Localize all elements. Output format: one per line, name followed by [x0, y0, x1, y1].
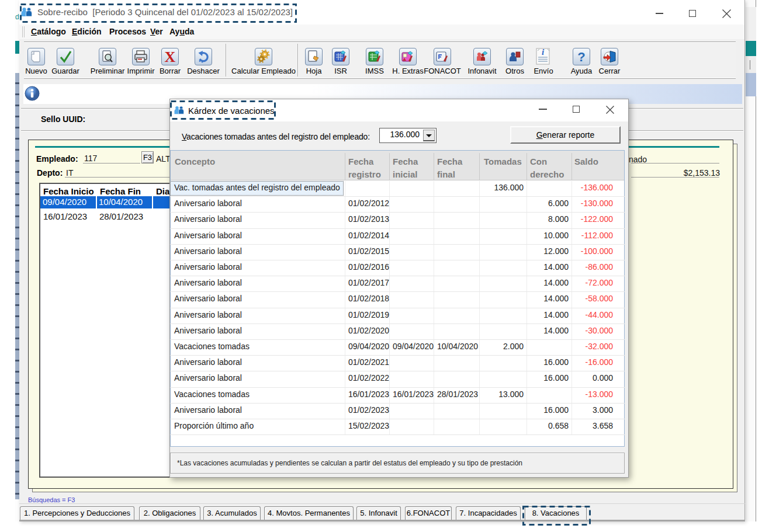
svg-text:X: X	[165, 48, 176, 65]
svg-text:?: ?	[577, 50, 585, 64]
